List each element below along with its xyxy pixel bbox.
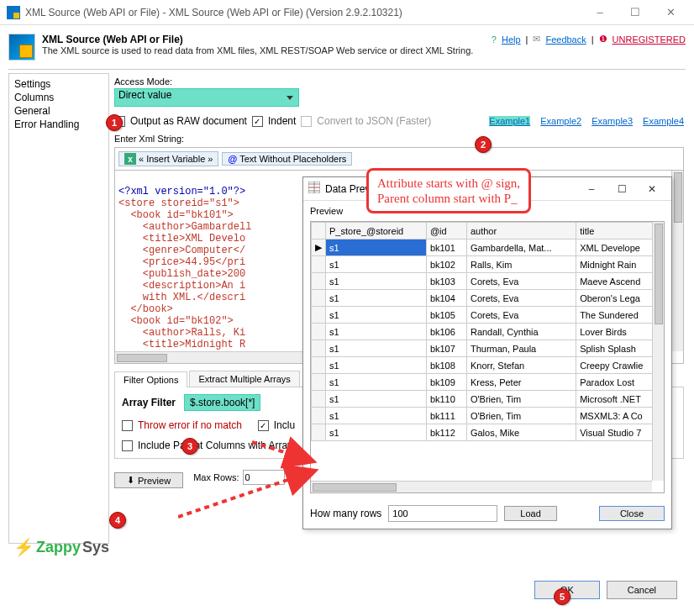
feedback-link[interactable]: Feedback: [545, 34, 586, 45]
dialog-close-button[interactable]: ✕: [638, 180, 666, 198]
cell[interactable]: s1: [326, 307, 427, 324]
help-link[interactable]: Help: [502, 34, 521, 45]
table-row[interactable]: s1bk102Ralls, KimMidnight Rain: [312, 256, 664, 273]
cell[interactable]: bk103: [426, 273, 466, 290]
grid-col-1[interactable]: @id: [426, 223, 466, 240]
xml-v-scrollbar[interactable]: [671, 171, 683, 351]
cell[interactable]: Gambardella, Mat...: [466, 240, 576, 256]
cell[interactable]: O'Brien, Tim: [466, 391, 576, 408]
grid-h-scrollbar[interactable]: [311, 481, 652, 492]
cell[interactable]: s1: [326, 256, 427, 273]
cell[interactable]: s1: [326, 357, 427, 374]
throw-error-checkbox[interactable]: [122, 420, 133, 431]
cell[interactable]: bk109: [426, 374, 466, 391]
access-mode-dropdown[interactable]: Direct value: [114, 88, 299, 107]
cell[interactable]: Kress, Peter: [466, 374, 576, 391]
cell[interactable]: s1: [326, 273, 427, 290]
table-row[interactable]: s1bk103Corets, EvaMaeve Ascend: [312, 273, 664, 290]
how-many-rows-input[interactable]: [388, 505, 497, 522]
close-button[interactable]: ✕: [654, 1, 687, 24]
cell[interactable]: s1: [326, 374, 427, 391]
cell[interactable]: bk105: [426, 307, 466, 324]
include-checkbox[interactable]: [258, 420, 269, 431]
cell[interactable]: Corets, Eva: [466, 273, 576, 290]
grid-col-0[interactable]: P_store_@storeid: [326, 223, 427, 240]
sidebar-item-general[interactable]: General: [13, 104, 105, 118]
cell[interactable]: s1: [326, 324, 427, 340]
include-parent-checkbox[interactable]: [122, 440, 133, 451]
tab-filter-options[interactable]: Filter Options: [114, 371, 187, 387]
cell[interactable]: Corets, Eva: [466, 307, 576, 324]
maximize-button[interactable]: ☐: [618, 1, 652, 24]
example4-link[interactable]: Example4: [643, 116, 684, 126]
cell[interactable]: bk107: [426, 340, 466, 357]
cell[interactable]: bk108: [426, 357, 466, 374]
cell[interactable]: s1: [326, 424, 427, 441]
cell[interactable]: bk101: [426, 240, 466, 256]
grid-col-3[interactable]: title: [576, 223, 664, 240]
dialog-minimize-button[interactable]: –: [577, 180, 606, 198]
unregistered-link[interactable]: UNREGISTERED: [613, 34, 686, 45]
cell[interactable]: Paradox Lost: [576, 374, 664, 391]
table-row[interactable]: s1bk108Knorr, StefanCreepy Crawlie: [312, 357, 664, 374]
cell[interactable]: Ralls, Kim: [466, 256, 576, 273]
grid-v-scrollbar[interactable]: [652, 222, 664, 481]
tab-extract-multiple-arrays[interactable]: Extract Multiple Arrays: [189, 371, 299, 387]
table-row[interactable]: s1bk105Corets, EvaThe Sundered: [312, 307, 664, 324]
dialog-close-footer-button[interactable]: Close: [599, 506, 665, 521]
load-button[interactable]: Load: [504, 506, 556, 521]
cell[interactable]: bk112: [426, 424, 466, 441]
cell[interactable]: s1: [326, 408, 427, 424]
table-row[interactable]: s1bk110O'Brien, TimMicrosoft .NET: [312, 391, 664, 408]
cell[interactable]: O'Brien, Tim: [466, 408, 576, 424]
cell[interactable]: bk102: [426, 256, 466, 273]
cell[interactable]: Oberon's Lega: [576, 290, 664, 307]
cell[interactable]: s1: [326, 340, 427, 357]
insert-variable-button[interactable]: x « Insert Variable »: [118, 151, 218, 166]
cell[interactable]: Splish Splash: [576, 340, 664, 357]
example2-link[interactable]: Example2: [540, 116, 581, 126]
table-row[interactable]: s1bk109Kress, PeterParadox Lost: [312, 374, 664, 391]
example3-link[interactable]: Example3: [591, 116, 633, 126]
cell[interactable]: Midnight Rain: [576, 256, 664, 273]
preview-grid[interactable]: P_store_@storeid @id author title ▶s1bk1…: [310, 221, 665, 493]
indent-checkbox[interactable]: [252, 116, 263, 127]
cell[interactable]: s1: [326, 290, 427, 307]
cell[interactable]: Maeve Ascend: [576, 273, 664, 290]
cell[interactable]: Visual Studio 7: [576, 424, 664, 441]
cell[interactable]: Galos, Mike: [466, 424, 576, 441]
cell[interactable]: Randall, Cynthia: [466, 324, 576, 340]
text-without-placeholders-button[interactable]: @ Text Without Placeholders: [222, 152, 352, 166]
minimize-button[interactable]: –: [583, 1, 617, 24]
cell[interactable]: XML Develope: [576, 240, 664, 256]
table-row[interactable]: ▶s1bk101Gambardella, Mat...XML Develope: [312, 240, 664, 256]
cell[interactable]: bk106: [426, 324, 466, 340]
sidebar-item-settings[interactable]: Settings: [13, 77, 105, 91]
cancel-button[interactable]: Cancel: [607, 581, 677, 599]
cell[interactable]: Thurman, Paula: [466, 340, 576, 357]
sidebar-item-error-handling[interactable]: Error Handling: [13, 118, 105, 131]
cell[interactable]: Microsoft .NET: [576, 391, 664, 408]
sidebar-item-columns[interactable]: Columns: [13, 91, 105, 104]
cell[interactable]: bk111: [426, 408, 466, 424]
example1-link[interactable]: Example1: [489, 116, 530, 126]
table-row[interactable]: s1bk107Thurman, PaulaSplish Splash: [312, 340, 664, 357]
preview-button[interactable]: ⬇ Preview: [114, 472, 183, 488]
cell[interactable]: s1: [326, 240, 427, 256]
cell[interactable]: Corets, Eva: [466, 290, 576, 307]
grid-col-2[interactable]: author: [466, 223, 576, 240]
array-filter-input[interactable]: $.store.book[*]: [184, 394, 260, 411]
cell[interactable]: Knorr, Stefan: [466, 357, 576, 374]
table-row[interactable]: s1bk104Corets, EvaOberon's Lega: [312, 290, 664, 307]
table-row[interactable]: s1bk111O'Brien, TimMSXML3: A Co: [312, 408, 664, 424]
cell[interactable]: The Sundered: [576, 307, 664, 324]
cell[interactable]: MSXML3: A Co: [576, 408, 664, 424]
cell[interactable]: s1: [326, 391, 427, 408]
table-row[interactable]: s1bk106Randall, CynthiaLover Birds: [312, 324, 664, 340]
table-row[interactable]: s1bk112Galos, MikeVisual Studio 7: [312, 424, 664, 441]
cell[interactable]: bk104: [426, 290, 466, 307]
cell[interactable]: Creepy Crawlie: [576, 357, 664, 374]
cell[interactable]: bk110: [426, 391, 466, 408]
dialog-maximize-button[interactable]: ☐: [607, 180, 636, 198]
cell[interactable]: Lover Birds: [576, 324, 664, 340]
